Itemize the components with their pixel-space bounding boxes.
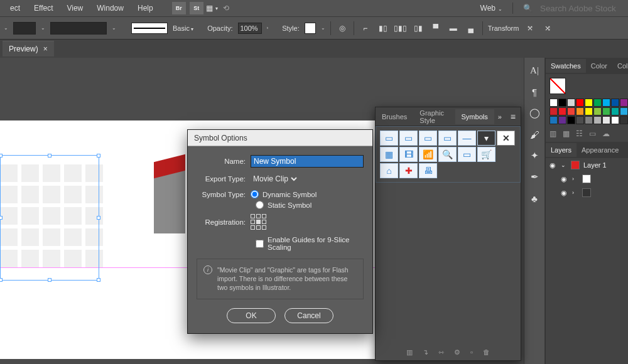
transform-icon2[interactable]: ⤨ [541, 22, 554, 35]
opacity-input[interactable] [238, 23, 262, 34]
swatch[interactable] [593, 99, 602, 107]
tab-colorguide[interactable]: Color [612, 59, 628, 73]
symbol-item[interactable]: ▭ [399, 131, 418, 146]
swatch[interactable] [558, 116, 566, 124]
menu-view[interactable]: View [60, 1, 89, 15]
align-vcenter-icon[interactable]: ▬ [447, 22, 460, 35]
character-panel-icon[interactable]: A| [528, 64, 541, 77]
symbol-options-dialog[interactable]: Symbol Options Name: Export Type: Movie … [187, 129, 373, 334]
swatch[interactable] [550, 116, 558, 124]
layer-row[interactable]: ◉ › [546, 172, 628, 186]
swatch[interactable] [567, 99, 575, 107]
swatch[interactable] [611, 99, 619, 107]
expand-icon[interactable]: › [572, 176, 578, 182]
expand-icon[interactable]: › [572, 190, 578, 196]
swatch[interactable] [585, 99, 593, 107]
swatch[interactable] [585, 107, 593, 115]
stock-icon[interactable]: St [190, 2, 203, 14]
selection-bounds[interactable] [0, 155, 99, 281]
swatch[interactable] [620, 99, 628, 107]
menu-effect[interactable]: Effect [28, 1, 59, 15]
symbol-cart-icon[interactable]: 🛒 [477, 147, 495, 162]
opacity-caret[interactable]: › [267, 25, 269, 31]
swatch-kind-icon[interactable]: ▦ [563, 129, 570, 138]
workspace-switcher[interactable]: Web⌄ [474, 1, 509, 15]
align-bottom-icon[interactable]: ▄ [465, 22, 477, 35]
swatch[interactable] [558, 107, 566, 115]
swatch[interactable] [558, 99, 566, 107]
symbol-name-input[interactable] [251, 155, 364, 168]
paragraph-panel-icon[interactable]: ¶ [528, 85, 541, 98]
symbol-home-icon[interactable]: ⌂ [380, 163, 398, 178]
static-symbol-radio[interactable] [256, 201, 264, 209]
break-link-icon[interactable]: ⇿ [436, 347, 447, 358]
symbol-options-icon[interactable]: ⚙ [452, 347, 463, 358]
symbol-video-icon[interactable]: 🎞 [399, 147, 418, 162]
swatch[interactable] [550, 99, 558, 107]
new-symbol-icon[interactable]: ▫ [468, 347, 475, 358]
symbol-close[interactable]: ✕ [497, 131, 515, 146]
align-flyout-icon[interactable]: ⌐ [359, 22, 372, 35]
tab-appearance[interactable]: Appearance [577, 143, 624, 157]
document-tab[interactable]: Preview) × [3, 41, 54, 56]
brush-panel-icon[interactable]: 🖌 [528, 128, 541, 141]
bridge-icon[interactable]: Br [172, 2, 186, 14]
symbol-library-icon[interactable]: ▥ [404, 347, 415, 358]
recolor-icon[interactable]: ◎ [336, 22, 349, 35]
symbol-print-icon[interactable]: 🖶 [419, 163, 437, 178]
symbols-panel[interactable]: Brushes Graphic Style Symbols » ≡ ▭ ▭ ▭ … [375, 107, 521, 361]
transform-label[interactable]: Transform [488, 24, 519, 32]
tab-symbols[interactable]: Symbols [455, 109, 494, 124]
swatch[interactable] [611, 116, 619, 124]
symbol-dropdown[interactable]: ▾ [477, 131, 495, 146]
symbol-rss-icon[interactable]: 📶 [419, 147, 437, 162]
swatch[interactable] [576, 107, 584, 115]
tab-layers[interactable]: Layers [546, 143, 577, 157]
opt-caret[interactable]: ⌄ [4, 25, 8, 31]
visibility-icon[interactable]: ◉ [548, 161, 557, 169]
close-tab-icon[interactable]: × [43, 45, 48, 53]
swatch[interactable] [602, 116, 610, 124]
menu-window[interactable]: Window [90, 1, 130, 15]
wand-panel-icon[interactable]: ✦ [528, 149, 541, 162]
swatch[interactable] [550, 107, 558, 115]
layer-name[interactable]: Layer 1 [583, 161, 607, 169]
align-left-icon[interactable]: ▮▯ [377, 22, 389, 35]
tab-color[interactable]: Color [586, 59, 612, 73]
swatch[interactable] [567, 107, 575, 115]
swatch[interactable] [593, 107, 602, 115]
symbol-plus-icon[interactable]: ✚ [399, 163, 418, 178]
expand-icon[interactable]: ⌄ [561, 162, 567, 168]
swatch[interactable] [576, 99, 584, 107]
visibility-icon[interactable]: ◉ [560, 189, 568, 197]
swatch[interactable] [602, 99, 610, 107]
align-hcenter-icon[interactable]: ▯▮▯ [394, 22, 407, 35]
dynamic-symbol-radio[interactable] [251, 190, 259, 198]
swatch-options-icon[interactable]: ☷ [576, 129, 583, 138]
swatch[interactable] [602, 107, 610, 115]
misc-panel-icon[interactable]: ♣ [528, 192, 541, 205]
symbol-card-icon[interactable]: ▭ [458, 147, 476, 162]
swatch[interactable] [620, 116, 628, 124]
registration-grid[interactable] [251, 214, 266, 230]
symbol-item[interactable]: ▭ [380, 131, 398, 146]
swatch[interactable] [576, 116, 584, 124]
cloud-icon[interactable]: ☁ [602, 129, 610, 138]
symbol-item[interactable]: ▭ [419, 131, 437, 146]
align-right-icon[interactable]: ▯▮ [412, 22, 425, 35]
pen-panel-icon[interactable]: ✒ [528, 171, 541, 183]
graphic-style-swatch[interactable] [305, 23, 316, 34]
transform-icon1[interactable]: ⤧ [524, 22, 536, 35]
swatch[interactable] [620, 107, 628, 115]
ok-button[interactable]: OK [227, 308, 276, 323]
swatch[interactable] [593, 116, 602, 124]
swatch[interactable] [567, 116, 575, 124]
fill-swatch[interactable] [13, 22, 36, 35]
stroke-profile[interactable]: Basic [173, 24, 193, 32]
symbol-calendar-icon[interactable]: ▦ [380, 147, 398, 162]
align-top-icon[interactable]: ▀ [430, 22, 442, 35]
arrange-docs-icon[interactable]: ▦▾ [206, 2, 219, 14]
none-swatch[interactable] [550, 78, 566, 94]
tab-brushes[interactable]: Brushes [376, 109, 413, 124]
opentype-panel-icon[interactable]: ◯ [528, 107, 541, 119]
